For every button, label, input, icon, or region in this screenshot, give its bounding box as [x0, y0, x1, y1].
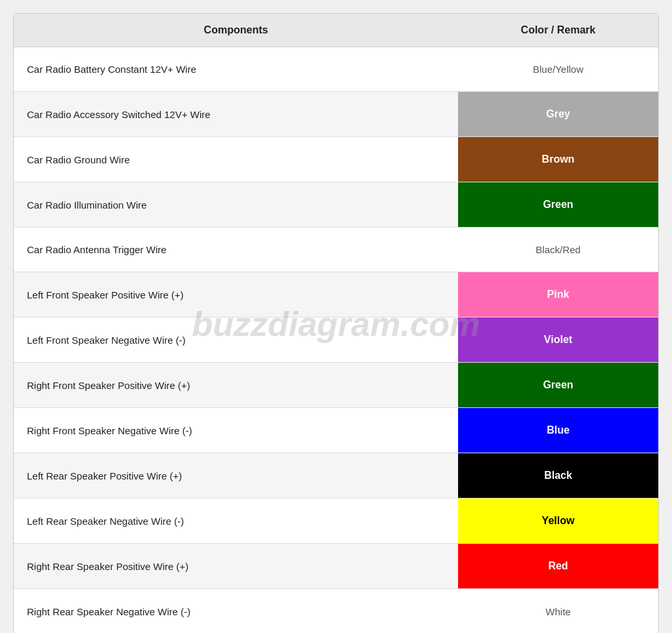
- table-row: Car Radio Illumination WireGreen: [14, 182, 658, 228]
- color-block-black: Black: [458, 453, 658, 498]
- component-cell: Right Rear Speaker Negative Wire (-): [14, 589, 458, 633]
- component-cell: Car Radio Battery Constant 12V+ Wire: [14, 47, 458, 91]
- color-block-blue: Blue: [458, 408, 658, 453]
- component-cell: Right Rear Speaker Positive Wire (+): [14, 544, 458, 588]
- color-block-yellow: Yellow: [458, 499, 658, 543]
- table-body: Car Radio Battery Constant 12V+ WireBlue…: [14, 47, 658, 633]
- color-cell: Black/Red: [458, 228, 658, 272]
- table-row: Car Radio Battery Constant 12V+ WireBlue…: [14, 47, 658, 92]
- color-cell: Black: [458, 453, 658, 498]
- color-cell: Yellow: [458, 499, 658, 543]
- component-cell: Car Radio Ground Wire: [14, 137, 458, 182]
- table-row: Left Front Speaker Negative Wire (-)Viol…: [14, 317, 658, 363]
- table-row: Left Rear Speaker Positive Wire (+)Black: [14, 453, 658, 499]
- component-cell: Left Rear Speaker Negative Wire (-): [14, 499, 458, 543]
- color-cell: White: [458, 589, 658, 633]
- table-row: Car Radio Accessory Switched 12V+ WireGr…: [14, 92, 658, 137]
- component-cell: Right Front Speaker Positive Wire (+): [14, 363, 458, 407]
- table-row: Left Rear Speaker Negative Wire (-)Yello…: [14, 499, 658, 544]
- table-row: Car Radio Antenna Trigger WireBlack/Red: [14, 228, 658, 272]
- component-cell: Car Radio Illumination Wire: [14, 182, 458, 227]
- color-cell: Grey: [458, 92, 658, 136]
- table-row: Right Front Speaker Negative Wire (-)Blu…: [14, 408, 658, 453]
- component-cell: Right Front Speaker Negative Wire (-): [14, 408, 458, 453]
- color-text: Blue/Yellow: [533, 64, 583, 75]
- color-block-red: Red: [458, 544, 658, 588]
- table-row: Left Front Speaker Positive Wire (+)Pink: [14, 272, 658, 317]
- header-components: Components: [14, 14, 458, 47]
- color-text: White: [545, 606, 570, 617]
- color-cell: Pink: [458, 272, 658, 317]
- component-cell: Left Rear Speaker Positive Wire (+): [14, 453, 458, 498]
- color-block-green2: Green: [458, 363, 658, 407]
- color-cell: Green: [458, 363, 658, 407]
- color-cell: Blue/Yellow: [458, 47, 658, 91]
- color-text: Black/Red: [536, 244, 580, 255]
- color-cell: Violet: [458, 317, 658, 362]
- color-block-violet: Violet: [458, 317, 658, 362]
- color-block-brown: Brown: [458, 137, 658, 182]
- component-cell: Car Radio Accessory Switched 12V+ Wire: [14, 92, 458, 136]
- component-cell: Left Front Speaker Positive Wire (+): [14, 272, 458, 317]
- component-cell: Left Front Speaker Negative Wire (-): [14, 317, 458, 362]
- color-cell: Red: [458, 544, 658, 588]
- component-cell: Car Radio Antenna Trigger Wire: [14, 228, 458, 272]
- table-row: Right Front Speaker Positive Wire (+)Gre…: [14, 363, 658, 408]
- color-block-grey: Grey: [458, 92, 658, 136]
- header-color: Color / Remark: [458, 14, 658, 47]
- table-row: Right Rear Speaker Negative Wire (-)Whit…: [14, 589, 658, 633]
- table-row: Car Radio Ground WireBrown: [14, 137, 658, 182]
- color-block-green: Green: [458, 182, 658, 227]
- wiring-table: buzzdiagram.com Components Color / Remar…: [13, 13, 659, 633]
- color-cell: Green: [458, 182, 658, 227]
- table-header: Components Color / Remark: [14, 14, 658, 47]
- color-cell: Blue: [458, 408, 658, 453]
- color-block-pink: Pink: [458, 272, 658, 317]
- color-cell: Brown: [458, 137, 658, 182]
- table-row: Right Rear Speaker Positive Wire (+)Red: [14, 544, 658, 589]
